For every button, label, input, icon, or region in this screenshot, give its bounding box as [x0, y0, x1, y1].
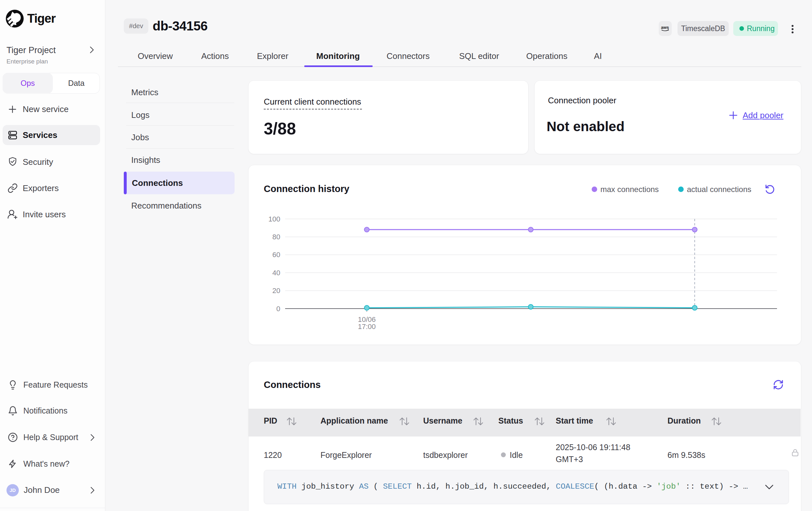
svg-text:100: 100: [268, 215, 280, 223]
svg-text:40: 40: [272, 269, 280, 277]
svg-text:20: 20: [272, 287, 280, 295]
svg-text:0: 0: [277, 305, 280, 313]
svg-text:17:00: 17:00: [358, 323, 376, 331]
svg-text:80: 80: [272, 233, 280, 241]
svg-text:60: 60: [272, 251, 280, 259]
svg-text:aws: aws: [661, 25, 669, 30]
